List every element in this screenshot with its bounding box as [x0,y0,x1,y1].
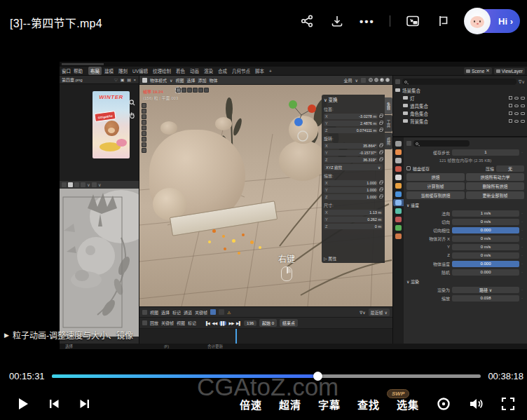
viewport-menu-add[interactable]: 添加 [198,77,206,83]
render-scale-field[interactable]: 0.038 [452,295,519,302]
properties-search[interactable] [413,140,470,147]
render-as-dropdown[interactable]: 路径 ∨ [452,287,519,293]
location-z-field[interactable]: Z0.074111 m [324,128,378,133]
image-editor-icons[interactable]: ♡ ▣ ▤ × [114,77,137,82]
workspace-tab[interactable]: 布局 [88,67,102,75]
checkbox-icon[interactable] [509,119,512,123]
tab-world[interactable] [393,174,404,181]
velocity-slider[interactable]: 0.000 [452,261,519,267]
camera-icon[interactable] [521,120,525,123]
quality-button[interactable]: 超清 [279,397,301,412]
dim-y-field[interactable]: Y0.262 m [324,217,383,222]
tab-render[interactable] [393,140,404,147]
snap-icon[interactable] [361,78,366,83]
transport-controls[interactable]: ▐◀ ◀◀ ▌▌ ▶▶ ▶▌ [205,321,241,325]
tab-data[interactable] [393,224,404,231]
checkbox-icon[interactable] [509,104,512,107]
pip-icon[interactable] [405,13,420,29]
progress-bar[interactable] [52,374,481,378]
checkbox-icon[interactable] [509,111,512,115]
workspace-tab[interactable]: 动画 [188,67,201,75]
sidebar-tab-view[interactable]: 视图 [385,133,392,149]
cache-step-field[interactable]: 1 [452,149,519,156]
workspace-tab[interactable]: 合成 [216,67,229,75]
transform-title[interactable]: ∨ 变换 [324,96,383,103]
workspace-tab[interactable]: 雕刻 [116,67,130,75]
tl-menu[interactable]: 关键帧 [195,309,207,316]
account-pill[interactable]: Hi › [465,9,520,33]
tab-material[interactable] [393,233,404,240]
euler-mode-dropdown[interactable]: XYZ 欧拉∨ [324,164,383,170]
sidebar-tab-tool[interactable]: 工具 [385,115,392,132]
sync-dropdown[interactable]: 最近帧∨ [369,309,390,316]
more-icon[interactable]: ••• [360,13,375,29]
volume-icon[interactable] [468,396,484,412]
outliner-row[interactable]: 背景集合 [395,117,525,125]
shading-mode-icons[interactable] [369,78,390,82]
tab-object[interactable] [393,182,404,189]
eye-icon[interactable] [514,104,519,107]
viewport-menu-object[interactable]: 物体 [209,77,217,83]
lock-icon[interactable] [379,158,383,161]
miniplayer-icon[interactable] [435,13,451,29]
scale-y-field[interactable]: Y1.000 [324,187,378,193]
subtitle-button[interactable]: 字幕 [318,397,341,412]
tab-modifiers[interactable] [393,191,404,198]
progress-handle[interactable] [313,372,322,381]
download-icon[interactable] [329,13,345,29]
play-button[interactable] [15,396,31,412]
tl-menu[interactable]: 标记 [172,309,181,316]
tl-menu[interactable]: 通道 [184,309,192,316]
lock-icon[interactable] [379,196,383,198]
mode-selector[interactable]: 物体模式 [150,77,167,83]
eye-icon[interactable] [514,112,519,115]
rotation-z-field[interactable]: Z36.319° [324,157,378,163]
tl2-menu[interactable]: 关键帧 [161,320,174,326]
location-y-field[interactable]: Y2.4876 m [324,121,378,126]
viewport-3d[interactable]: 帧率 19.24 (156) 粒 | 平面.003 右键 [139,85,392,306]
camera-icon[interactable] [521,112,525,115]
viewport-menu-view[interactable]: 视图 [175,77,184,83]
camera-icon[interactable] [521,104,525,107]
velocity-field[interactable]: 0 m/s [452,236,519,242]
video-area[interactable]: 窗口 帮助 布局 建模 雕刻 UV编辑 纹理绘制 着色 动画 渲染 合成 几何节… [0,42,527,358]
workspace-tab[interactable]: 建模 [102,67,116,75]
tab-particles[interactable] [393,199,404,206]
velocity-field[interactable]: 0 m/s [452,244,519,250]
previous-button[interactable] [46,396,62,412]
outliner-row[interactable]: 灯 [395,94,525,102]
bake-button[interactable]: 烘焙 [406,173,465,181]
lock-icon[interactable] [379,151,383,154]
image-filename[interactable]: 第四章.png [62,76,83,83]
workspace-tab[interactable]: 纹理绘制 [151,67,173,75]
scene-selector[interactable]: Scene✕ [464,67,492,74]
outliner-root-row[interactable]: 场景集合 [395,86,525,94]
eye-icon[interactable] [514,97,519,100]
location-x-field[interactable]: X-3.0278 m [324,114,378,119]
tab-constraints[interactable] [393,216,404,223]
next-button[interactable] [77,396,93,412]
compression-dropdown[interactable]: 无 [496,165,524,172]
lock-icon[interactable] [379,115,383,118]
menu-window[interactable]: 窗口 [62,67,71,74]
episodes-button[interactable]: 选集 [397,397,419,412]
collapsed-section[interactable]: ▷ 属性 [324,255,383,262]
eye-icon[interactable] [514,120,519,123]
dim-x-field[interactable]: X1.13 m [324,210,383,215]
viewport-toolbar[interactable] [142,103,146,153]
velocity-field[interactable]: 0 m/s [452,219,519,225]
tab-viewlayer[interactable] [393,157,404,164]
delete-bakes-button[interactable]: 删除所有烘焙 [466,182,524,190]
tl-menu[interactable]: 选择 [161,309,170,316]
velocity-field[interactable]: 1 m/s [452,210,519,217]
speed-button[interactable]: 倍速 [240,397,262,412]
outliner-row[interactable]: 道具集合 [395,102,525,109]
outliner-row[interactable]: 角色集合 [395,109,525,117]
lock-icon[interactable] [379,144,383,147]
tab-physics[interactable] [393,208,404,215]
tl2-menu[interactable]: 视图 [177,320,185,326]
share-icon[interactable] [299,13,315,29]
editor-icon[interactable] [142,310,147,315]
current-frame-field[interactable]: 136 [244,320,256,326]
display-mode-icon[interactable] [395,79,400,84]
